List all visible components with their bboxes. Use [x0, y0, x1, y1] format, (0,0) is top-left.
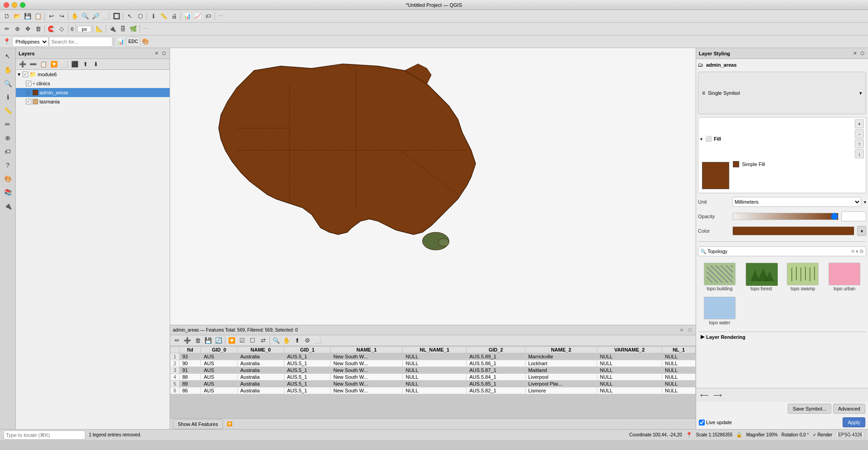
symbol-topo-building[interactable]: topo building	[700, 261, 740, 293]
toolbar-digitize[interactable]: 📐	[94, 24, 104, 34]
table-row[interactable]: 2 90 AUS Australia AUS.5_1 New South W..…	[171, 360, 696, 367]
col-nlname1[interactable]: NL_NAME_1	[403, 347, 467, 353]
table-row[interactable]: 5 89 AUS Australia AUS.5_1 New South W..…	[171, 381, 696, 387]
layers-close[interactable]: ✕	[153, 50, 160, 57]
layers-undock[interactable]: ⬡	[161, 50, 167, 57]
tool-label[interactable]: 🏷	[1, 145, 14, 158]
fill-simple-fill[interactable]: Simple Fill	[731, 160, 864, 168]
symbol-type-selector[interactable]: ≡ Single Symbol ▾	[698, 72, 866, 114]
layer-group-module6[interactable]: ▾ 📁 module6	[16, 70, 170, 79]
color-btn[interactable]: ▾	[857, 226, 866, 236]
tool-zoom[interactable]: 🔍	[1, 77, 14, 90]
table-delete-row[interactable]: 🗑	[193, 336, 203, 346]
table-pan-selected[interactable]: ✋	[282, 336, 292, 346]
col-gid1[interactable]: GID_1	[284, 347, 331, 353]
toolbar-save[interactable]: 💾	[23, 11, 33, 21]
tool-measure[interactable]: 📏	[1, 104, 14, 117]
col-name0[interactable]: NAME_0	[237, 347, 284, 353]
col-name2[interactable]: NAME_2	[525, 347, 597, 353]
table-edit-btn[interactable]: ✏	[172, 336, 182, 346]
toolbar-pan[interactable]: ✋	[70, 11, 80, 21]
col-name1[interactable]: NAME_1	[331, 347, 403, 353]
toolbar-fullextent[interactable]: ⬜	[101, 11, 111, 21]
fill-remove-icon[interactable]: -	[855, 129, 864, 138]
toolbar-plugins[interactable]: 🔌	[107, 24, 117, 34]
col-nl1[interactable]: NL_1	[662, 347, 696, 353]
map-canvas[interactable]	[170, 48, 696, 325]
col-gid0[interactable]: GID_0	[201, 347, 237, 353]
maximize-button[interactable]	[20, 2, 25, 8]
layer-tasmania[interactable]: tasmania	[16, 97, 170, 106]
tool-feature[interactable]: ⊕	[1, 132, 14, 144]
styling-close[interactable]: ✕	[852, 50, 858, 57]
symbol-search-clear[interactable]: ✕	[851, 249, 855, 254]
symbol-topo-water[interactable]: topo water	[700, 295, 740, 327]
layer-rendering-header[interactable]: ▶ Layer Rendering	[701, 334, 863, 340]
opacity-slider[interactable]	[732, 213, 839, 220]
toolbar-new[interactable]: 🗋	[2, 11, 12, 21]
layer-tasmania-checkbox[interactable]	[26, 99, 31, 104]
layers-collapse[interactable]: ⬛	[70, 59, 80, 69]
tool-edit[interactable]: ✏	[1, 118, 14, 131]
table-close[interactable]: ✕	[678, 327, 685, 333]
tool-select[interactable]: ↖	[1, 50, 14, 63]
live-update-checkbox[interactable]	[699, 420, 705, 426]
layer-admin-checkbox[interactable]	[26, 90, 31, 95]
styling-undock[interactable]: ⬡	[859, 50, 865, 57]
layers-open-table[interactable]: 📋	[39, 59, 49, 69]
tool-query[interactable]: ?	[1, 159, 14, 171]
close-button[interactable]	[4, 2, 9, 8]
toolbar-location-icon[interactable]: 📍	[2, 37, 12, 47]
toolbar-identify[interactable]: ℹ	[148, 11, 158, 21]
table-expand[interactable]: ⬜	[313, 336, 323, 346]
layer-group-checkbox[interactable]	[23, 72, 28, 77]
table-zoom-selected[interactable]: 🔍	[271, 336, 281, 346]
layers-moveup[interactable]: ⬆	[80, 59, 90, 69]
styling-history-back[interactable]: ⟵	[699, 390, 710, 400]
layer-admin-areas[interactable]: admin_areas	[16, 88, 170, 97]
symbol-topo-swamp[interactable]: topo swamp	[783, 261, 823, 293]
toolbar-select[interactable]: ↖	[125, 11, 135, 21]
toolbar-open[interactable]: 📂	[12, 11, 22, 21]
unit-select[interactable]: Millimeters	[732, 197, 861, 207]
advanced-btn[interactable]: Advanced	[833, 404, 865, 414]
symbol-search-extra[interactable]: ⚙	[859, 249, 864, 254]
toolbar-zoomout[interactable]: 🔎	[91, 11, 101, 21]
toolbar-vertex[interactable]: ◇	[57, 24, 67, 34]
symbol-search-input[interactable]	[707, 249, 850, 254]
table-row[interactable]: 4 88 AUS Australia AUS.5_1 New South W..…	[171, 374, 696, 381]
table-select-all[interactable]: ☑	[237, 336, 247, 346]
minimize-button[interactable]	[12, 2, 17, 8]
toolbar-measure[interactable]: 📏	[159, 11, 169, 21]
table-content[interactable]: fid GID_0 NAME_0 GID_1 NAME_1 NL_NAME_1 …	[170, 346, 696, 418]
toolbar-snap[interactable]: 🧲	[46, 24, 56, 34]
col-varname2[interactable]: VARNAME_2	[597, 347, 662, 353]
toolbar-move[interactable]: ✥	[23, 24, 33, 34]
apply-btn[interactable]: Apply	[843, 417, 865, 427]
table-filter[interactable]: 🔽	[227, 336, 237, 346]
fill-add-icon[interactable]: +	[855, 119, 864, 128]
save-symbol-btn[interactable]: Save Symbol...	[788, 404, 831, 414]
fill-down-icon[interactable]: ↓	[855, 149, 864, 158]
locate-input[interactable]	[4, 430, 85, 440]
styling-history-fwd[interactable]: ⟶	[712, 390, 723, 400]
symbol-search-options[interactable]: ▾	[856, 249, 858, 254]
toolbar-db[interactable]: 🗄	[118, 24, 128, 34]
toolbar-grass[interactable]: 🌿	[128, 24, 138, 34]
symbol-search-box[interactable]: 🔍 ✕ ▾ ⚙	[698, 246, 866, 256]
toolbar-edit[interactable]: ✏	[2, 24, 12, 34]
col-gid2[interactable]: GID_2	[466, 347, 525, 353]
layers-remove[interactable]: ➖	[28, 59, 38, 69]
search-input[interactable]	[49, 37, 112, 47]
layers-filter[interactable]: 🔽	[49, 59, 59, 69]
tool-identify[interactable]: ℹ	[1, 91, 14, 103]
table-columns[interactable]: ⚙	[302, 336, 312, 346]
table-row[interactable]: 6 86 AUS Australia AUS.5_1 New South W..…	[171, 387, 696, 394]
layer-clinics[interactable]: ● clinics	[16, 79, 170, 88]
toolbar-saveas[interactable]: 📋	[33, 11, 43, 21]
table-deselect[interactable]: ☐	[248, 336, 258, 346]
table-save[interactable]: 💾	[203, 336, 213, 346]
toolbar-chart[interactable]: 📈	[193, 11, 203, 21]
toolbar-stats[interactable]: 📊	[182, 11, 192, 21]
toolbar-delete[interactable]: 🗑	[33, 24, 43, 34]
